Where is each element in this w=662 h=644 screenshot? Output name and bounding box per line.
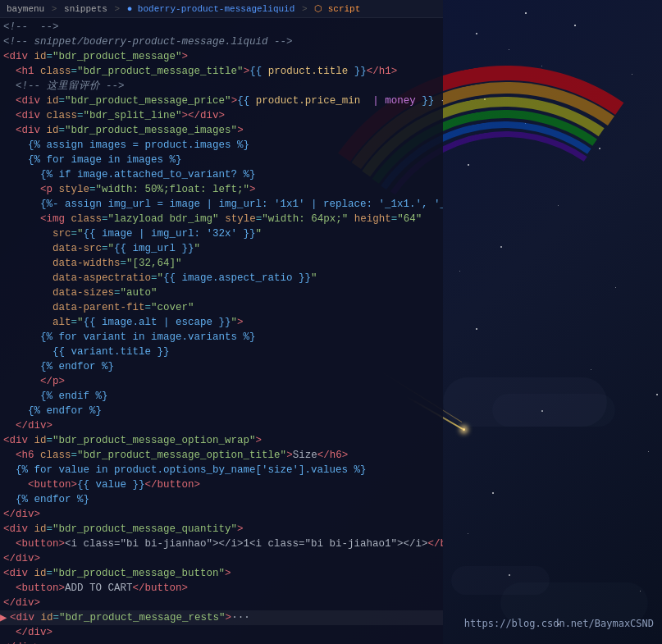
code-line-35: <div id="bdr_product_message_quantity"> (0, 522, 443, 537)
code-content: <!-- --> <!-- snippet/boderry-product-me… (0, 18, 443, 644)
code-line-6: <div id="bdr_product_message_price">{{ p… (0, 94, 443, 108)
code-line-42: </div> (0, 625, 443, 640)
watermark-url: https://blog.csdn.net/BaymaxCSND (464, 618, 654, 629)
code-line-19: data-sizes="auto" (0, 285, 443, 300)
code-line-2: <!-- snippet/boderry-product-message.liq… (0, 34, 443, 49)
code-line-13: {%- assign img_url = image | img_url: '1… (0, 197, 443, 212)
bc-part-file: ● boderry-product-messageliquid (127, 4, 295, 14)
bc-part-script: ⬡ script (314, 4, 360, 14)
code-line-38: <div id="bdr_product_message_button"> (0, 566, 443, 581)
code-line-20: data-parent-fit="cover" (0, 300, 443, 315)
code-line-15: src="{{ image | img_url: '32x' }}" (0, 226, 443, 241)
code-line-11: {% if image.attached_to_variant? %} (0, 167, 443, 182)
code-line-24: {% endfor %} (0, 359, 443, 374)
code-line-29: <div id="bdr_product_message_option_wrap… (0, 433, 443, 448)
code-line-41-active: ▶ <div id="bdr_product_message_rests">··… (0, 610, 443, 625)
bc-part-baymenu: baymenu (7, 4, 44, 14)
code-line-33: {% endfor %} (0, 492, 443, 507)
code-line-31: {% for value in product.options_by_name[… (0, 463, 443, 477)
code-line-40: </div> (0, 596, 443, 610)
code-line-37: </div> (0, 551, 443, 566)
code-line-16: data-src="{{ img_url }}" (0, 241, 443, 256)
code-line-4: <h1 class="bdr_product_message_title">{{… (0, 64, 443, 79)
code-line-9: {% assign images = product.images %} (0, 138, 443, 153)
code-line-10: {% for image in images %} (0, 153, 443, 167)
code-line-7: <div class="bdr_split_line"></div> (0, 108, 443, 123)
code-line-8: <div id="bdr_product_message_images"> (0, 123, 443, 138)
bc-part-snippets: snippets (64, 4, 107, 14)
code-line-28: </div> (0, 418, 443, 433)
code-line-39: <button>ADD TO CART</button> (0, 581, 443, 596)
bc-sep-3: > (302, 4, 313, 14)
code-line-34: </div> (0, 507, 443, 522)
code-line-1: <!-- --> (0, 20, 443, 34)
code-line-30: <h6 class="bdr_product_message_option_ti… (0, 448, 443, 463)
code-line-27: {% endfor %} (0, 404, 443, 418)
code-line-5: <!-- 这里留评价 --> (0, 79, 443, 94)
code-line-18: data-aspectratio="{{ image.aspect_ratio … (0, 271, 443, 285)
code-line-14: <img class="lazyload bdr_img" style="wid… (0, 212, 443, 226)
code-line-25: </p> (0, 374, 443, 389)
code-editor: baymenu > snippets > ● boderry-product-m… (0, 0, 443, 644)
bc-sep-1: > (52, 4, 62, 14)
code-line-43: </div> (0, 640, 443, 644)
breadcrumb: baymenu > snippets > ● boderry-product-m… (0, 0, 443, 18)
code-line-26: {% endif %} (0, 389, 443, 404)
code-line-21: alt="{{ image.alt | escape }}"> (0, 315, 443, 330)
code-line-23: {{ variant.title }} (0, 345, 443, 359)
code-line-12: <p style="width: 50%;float: left;"> (0, 182, 443, 197)
code-line-17: data-widths="[32,64]" (0, 256, 443, 271)
bc-sep-2: > (114, 4, 125, 14)
code-line-3: <div id="bdr_product_message"> (0, 49, 443, 64)
comet (463, 428, 465, 431)
code-line-36: <button><i class="bi bi-jianhao"></i>1<i… (0, 537, 443, 551)
code-line-32: <button>{{ value }}</button> (0, 477, 443, 492)
code-line-22: {% for variant in image.variants %} (0, 330, 443, 345)
